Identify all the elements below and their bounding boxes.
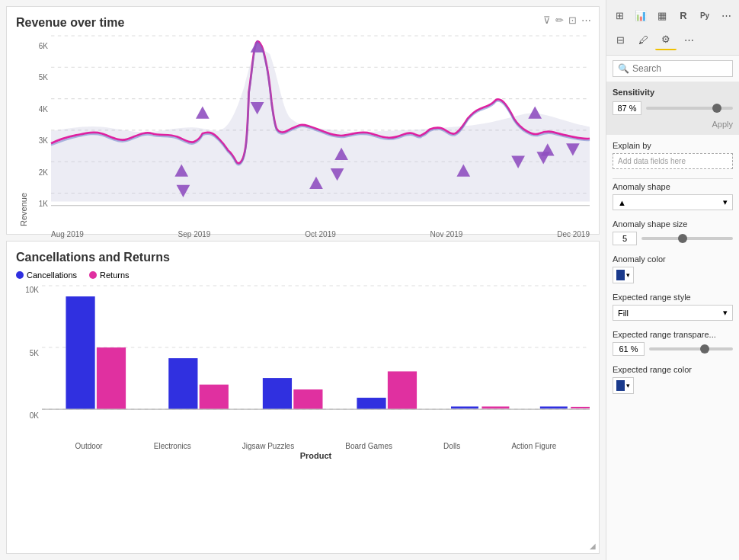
anomaly-shape-size-label: Anomaly shape size bbox=[613, 219, 733, 229]
bar-electronics-returns bbox=[200, 385, 229, 409]
transparency-thumb[interactable] bbox=[700, 344, 709, 354]
search-input[interactable] bbox=[632, 63, 728, 74]
category-label: Dolls bbox=[443, 442, 460, 450]
revenue-svg bbox=[51, 36, 590, 226]
bar-chart-svg bbox=[42, 286, 590, 438]
sensitivity-slider[interactable] bbox=[646, 107, 733, 110]
y-tick: 10K bbox=[16, 286, 39, 294]
legend-cancellations: Cancellations bbox=[16, 270, 77, 280]
bar-outdoor-cancellations bbox=[66, 296, 94, 409]
svg-marker-7 bbox=[196, 106, 210, 118]
transparency-value[interactable]: 61 % bbox=[613, 342, 645, 356]
y-tick: 3K bbox=[28, 136, 48, 145]
more-icon-bottom[interactable]: ⋯ bbox=[678, 29, 699, 50]
y-tick: 1K bbox=[28, 200, 48, 208]
bar-jigsaw-cancellations bbox=[263, 378, 292, 409]
brush-icon[interactable]: 🖊 bbox=[632, 29, 654, 50]
apply-button[interactable]: Apply bbox=[613, 120, 733, 129]
y-axis-label: Revenue bbox=[16, 36, 28, 226]
expected-range-style-label: Expected range style bbox=[613, 293, 733, 302]
py-icon[interactable]: Py bbox=[695, 5, 715, 26]
anomaly-size-value[interactable]: 5 bbox=[613, 232, 637, 245]
category-label: Electronics bbox=[154, 442, 191, 450]
cancellations-chart-title: Cancellations and Returns bbox=[16, 251, 590, 264]
explain-by-group: Explain by Add data fields here bbox=[613, 141, 733, 169]
anomaly-color-label: Anomaly color bbox=[613, 254, 733, 264]
grid-icon[interactable]: ⊞ bbox=[609, 5, 629, 26]
bar-boardgames-returns bbox=[388, 371, 417, 409]
sensitivity-thumb[interactable] bbox=[712, 104, 721, 113]
anomaly-shape-label: Anomaly shape bbox=[613, 182, 733, 191]
revenue-chart-panel: Revenue over time ⊽ ✏ ⊡ ⋯ Revenue 6K 5K … bbox=[6, 6, 600, 235]
table-icon[interactable]: ▦ bbox=[652, 5, 672, 26]
anomaly-color-rect bbox=[616, 270, 625, 280]
y-tick: 6K bbox=[28, 42, 48, 50]
search-box[interactable]: 🔍 bbox=[613, 60, 733, 77]
chevron-down-icon2: ▾ bbox=[723, 308, 728, 318]
bar-outdoor-returns bbox=[97, 347, 126, 409]
search-icon: 🔍 bbox=[618, 63, 629, 74]
anomaly-shape-group: Anomaly shape ▲ ▾ bbox=[613, 182, 733, 210]
expected-range-color-rect bbox=[616, 380, 625, 391]
bar-x-axis-label: Product bbox=[42, 451, 590, 460]
sidebar-toolbar: ⊞ 📊 ▦ R Py ⋯ ⊟ 🖊 ⚙ ⋯ bbox=[606, 0, 739, 56]
category-label: Jigsaw Puzzles bbox=[242, 442, 294, 450]
x-tick: Nov 2019 bbox=[430, 230, 463, 238]
divider bbox=[613, 178, 733, 179]
bar-boardgames-cancellations bbox=[357, 398, 385, 409]
legend-dot-returns bbox=[89, 271, 97, 279]
legend-label-cancellations: Cancellations bbox=[27, 270, 77, 280]
y-tick: 4K bbox=[28, 105, 48, 114]
category-label: Outdoor bbox=[75, 442, 103, 450]
anomaly-size-slider[interactable] bbox=[641, 237, 733, 240]
expected-range-style-group: Expected range style Fill ▾ bbox=[613, 293, 733, 321]
x-tick: Sep 2019 bbox=[178, 230, 211, 238]
y-tick: 5K bbox=[28, 73, 48, 82]
r-icon[interactable]: R bbox=[673, 5, 693, 26]
expected-range-transparency-label: Expected range transpare... bbox=[613, 330, 733, 339]
expected-range-transparency-group: Expected range transpare... 61 % bbox=[613, 330, 733, 356]
resize-handle[interactable]: ◢ bbox=[590, 542, 596, 550]
anomaly-shape-size-group: Anomaly shape size 5 bbox=[613, 219, 733, 245]
expected-range-style-dropdown[interactable]: Fill ▾ bbox=[613, 305, 733, 321]
legend-dot-cancellations bbox=[16, 271, 24, 279]
x-tick: Aug 2019 bbox=[51, 230, 84, 238]
y-tick: 2K bbox=[28, 168, 48, 177]
bar-jigsaw-returns bbox=[293, 389, 322, 409]
x-tick: Dec 2019 bbox=[557, 230, 590, 238]
cancellations-chart-panel: Cancellations and Returns Cancellations … bbox=[6, 241, 600, 554]
y-tick: 5K bbox=[16, 349, 39, 357]
expected-range-color-label: Expected range color bbox=[613, 365, 733, 374]
svg-marker-12 bbox=[528, 106, 542, 118]
y-tick: 0K bbox=[16, 411, 39, 420]
filter-icon[interactable]: ⊽ bbox=[543, 14, 551, 26]
revenue-chart-title: Revenue over time bbox=[16, 16, 590, 30]
expand-icon[interactable]: ⊡ bbox=[568, 14, 577, 26]
edit-icon[interactable]: ✏ bbox=[555, 14, 564, 26]
right-sidebar: ⊞ 📊 ▦ R Py ⋯ ⊟ 🖊 ⚙ ⋯ 🔍 Sensitivity 87 % bbox=[606, 0, 739, 560]
legend-label-returns: Returns bbox=[100, 270, 130, 280]
chart-icon[interactable]: 📊 bbox=[631, 5, 651, 26]
anomaly-shape-dropdown[interactable]: ▲ ▾ bbox=[613, 194, 733, 210]
anomaly-size-thumb[interactable] bbox=[678, 234, 687, 243]
explain-by-field[interactable]: Add data fields here bbox=[613, 153, 733, 169]
bar-electronics-cancellations bbox=[168, 358, 197, 409]
category-label: Action Figure bbox=[511, 442, 556, 450]
more-icon[interactable]: ⋯ bbox=[581, 14, 591, 26]
swatch-chevron: ▾ bbox=[626, 271, 630, 279]
anomaly-color-swatch[interactable]: ▾ bbox=[613, 267, 634, 283]
transparency-slider[interactable] bbox=[649, 347, 733, 350]
sensitivity-section: Sensitivity 87 % Apply bbox=[606, 82, 739, 135]
layout-icon[interactable]: ⊟ bbox=[609, 29, 631, 50]
analytics-icon[interactable]: ⚙ bbox=[655, 29, 677, 50]
explain-by-label: Explain by bbox=[613, 141, 733, 150]
more-icon-top[interactable]: ⋯ bbox=[716, 5, 736, 26]
swatch-chevron2: ▾ bbox=[626, 382, 630, 389]
sensitivity-value[interactable]: 87 % bbox=[613, 101, 641, 115]
category-label: Board Games bbox=[345, 442, 392, 450]
legend-returns: Returns bbox=[89, 270, 130, 280]
settings-panel: Explain by Add data fields here Anomaly … bbox=[606, 141, 739, 560]
expected-range-color-group: Expected range color ▾ bbox=[613, 365, 733, 394]
expected-range-color-swatch[interactable]: ▾ bbox=[613, 377, 634, 394]
anomaly-color-group: Anomaly color ▾ bbox=[613, 254, 733, 283]
